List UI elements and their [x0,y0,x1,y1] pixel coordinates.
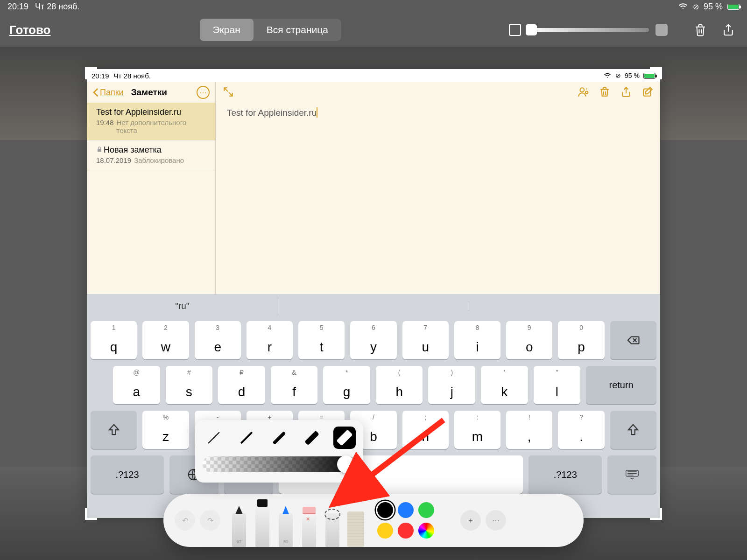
svg-rect-10 [257,499,268,507]
svg-rect-0 [98,149,101,152]
key-u[interactable]: 7u [402,321,449,359]
key-l[interactable]: "l [534,366,581,404]
key-z[interactable]: %z [142,411,189,449]
key-y[interactable]: 6y [350,321,396,359]
color-blue[interactable] [398,502,414,518]
stroke-width-option[interactable] [268,427,290,449]
rotation-lock-icon: ⊘ [693,2,699,11]
tool-pencil[interactable]: 50 [275,505,296,547]
redo-button[interactable]: ↷ [200,510,220,531]
tool-ruler[interactable] [345,505,366,547]
more-options-button[interactable]: ⋯ [197,86,210,99]
color-yellow[interactable] [377,523,393,539]
stroke-width-option[interactable] [235,427,258,449]
collaborate-icon[interactable]: + [577,86,589,98]
prediction-empty [278,301,470,311]
key-numbers-right[interactable]: .?123 [529,455,602,494]
svg-point-1 [580,88,585,92]
device-statusbar: 20:19 Чт 28 нояб. ⊘ 95 % [0,0,747,13]
svg-marker-11 [282,506,289,514]
opacity-max-icon [655,24,668,36]
status-time: 20:19 [7,2,28,12]
stroke-width-option[interactable] [333,427,356,449]
done-button[interactable]: Готово [9,23,50,37]
inner-battery-pct: 95 % [625,72,640,79]
tool-marker[interactable] [252,498,273,547]
stroke-width-option[interactable] [203,427,225,449]
color-black[interactable] [377,502,393,518]
undo-button[interactable]: ↶ [175,510,195,531]
color-green[interactable] [418,502,434,518]
color-red[interactable] [398,523,414,539]
prediction-bar: "ru" [87,294,660,318]
note-body[interactable]: Test for Appleinsider.ru [216,102,660,124]
opacity-control [509,24,668,36]
key-,[interactable]: !, [506,411,552,449]
key-t[interactable]: 5t [298,321,345,359]
key-f[interactable]: &f [271,366,318,404]
opacity-slider-thumb[interactable] [337,455,355,473]
markup-toolbar: ↶ ↷ 97 50 ✕ [163,494,584,547]
key-return[interactable]: return [586,366,656,404]
key-dismiss[interactable] [607,455,656,494]
status-date: Чт 28 нояб. [35,2,79,12]
key-h[interactable]: (h [376,366,423,404]
text-cursor [317,107,317,118]
key-q[interactable]: 1q [91,321,137,359]
seg-screen[interactable]: Экран [200,19,254,41]
key-o[interactable]: 9o [506,321,552,359]
delete-button[interactable] [691,21,710,39]
key-shift-right[interactable] [610,411,656,449]
key-r[interactable]: 4r [247,321,293,359]
sidebar-title: Заметки [131,87,167,98]
inner-date: Чт 28 нояб. [114,72,151,80]
key-p[interactable]: 0p [558,321,604,359]
battery-pct: 95 % [704,2,723,12]
key-backspace[interactable] [610,321,656,359]
key-s[interactable]: #s [166,366,213,404]
brush-options-popover [195,420,363,483]
more-button[interactable]: ⋯ [486,510,506,531]
opacity-min-icon [509,24,521,36]
scope-segmented-control: Экран Вся страница [200,19,341,41]
drawing-tools: 97 50 ✕ [229,494,366,547]
expand-icon[interactable] [222,86,234,98]
compose-icon[interactable] [641,86,654,98]
share-icon[interactable] [620,86,632,98]
key-e[interactable]: 3e [195,321,241,359]
stroke-width-option[interactable] [301,427,323,449]
key-g[interactable]: *g [323,366,370,404]
note-list-item[interactable]: Test for Appleinsider.ru19:48Нет дополни… [87,103,215,140]
brush-opacity-slider[interactable] [203,456,356,472]
note-list-item[interactable]: Новая заметка18.07.2019Заблокировано [87,140,215,170]
key-numbers-left[interactable]: .?123 [91,455,164,494]
crop-handle[interactable] [85,67,97,79]
key-shift-left[interactable] [91,411,137,449]
seg-full-page[interactable]: Вся страница [254,19,341,41]
note-editor: + Test for Appleinsider.ru [216,82,660,294]
key-w[interactable]: 2w [142,321,189,359]
tool-lasso[interactable] [322,505,343,547]
color-picker[interactable] [418,523,434,539]
key-.[interactable]: ?. [558,411,604,449]
inner-statusbar: 20:19 Чт 28 нояб. ⊘ 95 % [87,69,660,82]
opacity-slider[interactable] [528,28,649,32]
key-n[interactable]: ;n [402,411,449,449]
screenshot-preview[interactable]: 20:19 Чт 28 нояб. ⊘ 95 % Папки Заметки ⋯… [87,69,660,518]
key-a[interactable]: @a [113,366,160,404]
prediction-suggestion[interactable]: "ru" [87,296,278,316]
wifi-icon [603,72,612,79]
trash-icon[interactable] [599,86,611,98]
add-shape-button[interactable]: ＋ [460,510,481,531]
key-k[interactable]: 'k [481,366,528,404]
markup-editor-toolbar: Готово Экран Вся страница [0,13,747,47]
tool-eraser[interactable]: ✕ [299,505,319,547]
key-j[interactable]: )j [428,366,475,404]
share-button[interactable] [719,21,738,39]
back-folders-button[interactable]: Папки [92,88,124,98]
key-d[interactable]: ₽d [218,366,265,404]
wifi-icon [678,2,688,11]
key-i[interactable]: 8i [454,321,500,359]
tool-pen[interactable]: 97 [229,505,249,547]
key-m[interactable]: :m [454,411,500,449]
